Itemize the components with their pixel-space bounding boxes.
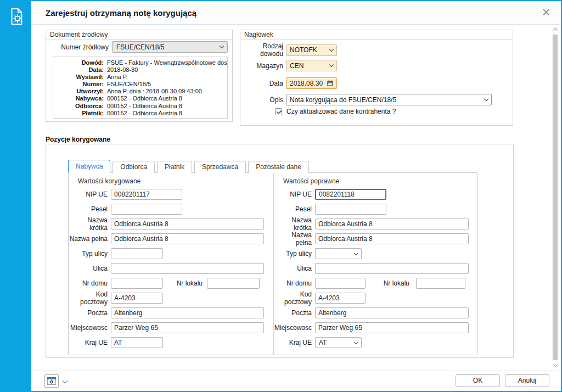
info-value: Anna P. dnia : 2018-08-30 09:43:00 (107, 88, 202, 95)
nazwa-krotka-label: Nazwa krótka (69, 216, 108, 232)
nazwa-pelna-label: Nazwa pełna (69, 235, 108, 243)
source-info-panel: Dowód:FSUE - Faktury - Wewnątrzwspólnoto… (53, 57, 228, 119)
info-label: Płatnik: (57, 110, 104, 117)
warehouse-value: CEN (290, 62, 304, 70)
chevron-down-icon (354, 250, 358, 255)
ok-button[interactable]: OK (456, 374, 500, 387)
description-combo[interactable]: Nota korygująca do FSUE/CEN/18/5 (286, 94, 492, 105)
tab-odbiorca[interactable]: Odbiorca (113, 161, 155, 173)
kraj-ue-label: Kraj UE (69, 339, 108, 346)
poczta-label: Poczta (274, 309, 312, 317)
kraj-ue-select-correct[interactable]: AT (315, 337, 362, 348)
warehouse-label: Magazyn (240, 62, 283, 70)
tab-nabywca[interactable]: Nabywca (68, 160, 110, 173)
pesel-label: Pesel (274, 205, 312, 213)
positions-panel: Nabywca Odbiorca Płatnik Sprzedawca Pozo… (46, 144, 514, 358)
header-group-title: Nagłówek (240, 30, 513, 40)
pesel-label: Pesel (69, 205, 108, 213)
titlebar: Zarejestruj otrzymaną notę korygującą (31, 1, 561, 25)
info-label: Dowód: (57, 59, 104, 66)
nazwa-pelna-label: Nazwa pełna (274, 231, 312, 247)
kraj-ue-input-corrected[interactable] (111, 337, 163, 348)
doc-type-select[interactable]: NOTOFK (286, 44, 337, 56)
miejscowosc-input-correct[interactable] (315, 322, 469, 333)
settings-dropdown-chevron-icon[interactable] (63, 378, 68, 384)
kod-pocztowy-input-corrected[interactable] (111, 293, 163, 304)
source-number-select[interactable]: FSUE/CEN/18/5 (112, 41, 228, 53)
tab-sprzedawca[interactable]: Sprzedawca (194, 161, 246, 173)
nip-ue-input-correct[interactable] (315, 189, 386, 200)
kod-pocztowy-label: Kod pocztowy (274, 290, 312, 306)
date-input[interactable]: 2018.08.30 (286, 77, 337, 89)
nr-domu-input-corrected[interactable] (111, 278, 163, 289)
ulica-input-correct[interactable] (315, 263, 469, 274)
info-value: Anna P. (107, 74, 128, 81)
close-button[interactable]: × (538, 4, 554, 21)
pesel-input-correct[interactable] (315, 204, 386, 215)
warehouse-select[interactable]: CEN (286, 60, 337, 71)
update-contractor-checkbox[interactable] (275, 108, 282, 115)
nip-ue-label: NIP UE (69, 191, 108, 198)
tab-strip: Nabywca Odbiorca Płatnik Sprzedawca Pozo… (68, 160, 311, 173)
poczta-input-correct[interactable] (315, 307, 469, 318)
miejscowosc-label: Miejscowosc (69, 324, 108, 332)
source-number-label: Numer źródłowy (48, 43, 109, 51)
accent-bar (1, 1, 31, 391)
nazwa-pelna-input-correct[interactable] (315, 233, 469, 244)
miejscowosc-label: Miejscowosc (274, 324, 312, 332)
nazwa-krotka-input-correct[interactable] (315, 219, 469, 229)
tab-pozostale-dane[interactable]: Pozostałe dane (248, 161, 309, 173)
nr-lokalu-input-corrected[interactable] (207, 278, 260, 289)
footer-bar: OK Anuluj (31, 371, 561, 391)
poczta-input-corrected[interactable] (111, 307, 264, 318)
chevron-down-icon (220, 44, 224, 48)
kod-pocztowy-label: Kod pocztowy (69, 290, 108, 306)
nr-lokalu-label: Nr lokalu (170, 279, 203, 287)
info-label: Wystawił: (57, 74, 104, 81)
vertical-scrollbar[interactable] (552, 26, 559, 369)
description-label: Opis (240, 96, 283, 104)
source-group-title: Dokument źródłowy (46, 30, 232, 40)
scroll-up-icon[interactable] (553, 28, 558, 32)
info-value: 000152 - Odbiorca Austria 8 (107, 95, 182, 102)
correct-values-column: Wartości poprawne NIP UE Pesel Nazwa kró… (274, 173, 477, 355)
corrected-values-column: Wartości korygowane NIP UE Pesel Nazwa k… (69, 173, 274, 355)
source-document-group: Dokument źródłowy Numer źródłowy FSUE/CE… (46, 30, 233, 122)
info-label: Odbiorca: (57, 103, 104, 110)
info-value: 000152 - Odbiorca Austria 8 (107, 110, 182, 117)
source-number-value: FSUE/CEN/18/5 (116, 43, 164, 51)
header-group: Nagłówek Rodzaj dowodu NOTOFK Magazyn CE… (240, 30, 513, 126)
nazwa-krotka-input-corrected[interactable] (111, 219, 264, 229)
chevron-down-icon (484, 97, 488, 101)
nazwa-krotka-label: Nazwa krótka (274, 216, 312, 232)
info-label: Numer: (57, 81, 104, 88)
description-value: Nota korygująca do FSUE/CEN/18/5 (290, 96, 396, 104)
ulica-label: Ulica (69, 265, 108, 272)
typ-ulicy-input-corrected[interactable] (111, 248, 163, 259)
scroll-down-icon[interactable] (553, 362, 558, 367)
tab-platnik[interactable]: Płatnik (157, 161, 192, 173)
kod-pocztowy-input-correct[interactable] (315, 293, 366, 304)
ulica-label: Ulica (274, 265, 312, 272)
doc-type-value: NOTOFK (290, 46, 317, 54)
scrollbar-thumb[interactable] (553, 35, 558, 360)
typ-ulicy-select-correct[interactable] (315, 248, 362, 259)
nr-domu-input-correct[interactable] (315, 278, 366, 289)
pesel-input-corrected[interactable] (111, 204, 182, 215)
nr-lokalu-input-correct[interactable] (416, 278, 465, 289)
miejscowosc-input-corrected[interactable] (111, 322, 264, 333)
tab-content: Wartości korygowane NIP UE Pesel Nazwa k… (68, 172, 477, 355)
dialog-content: Dokument źródłowy Numer źródłowy FSUE/CE… (31, 25, 561, 371)
nip-ue-input-corrected[interactable] (111, 189, 182, 200)
calendar-icon (327, 80, 333, 86)
kraj-ue-value: AT (319, 339, 327, 346)
kraj-ue-label: Kraj UE (274, 339, 312, 346)
info-label: Nabywca: (57, 95, 104, 102)
info-label: Data: (57, 66, 104, 74)
info-label: Utworzył: (57, 88, 104, 95)
dialog-title: Zarejestruj otrzymaną notę korygującą (46, 8, 196, 18)
nazwa-pelna-input-corrected[interactable] (111, 233, 264, 244)
cancel-button[interactable]: Anuluj (505, 374, 549, 387)
window-settings-button[interactable] (44, 374, 59, 388)
ulica-input-corrected[interactable] (111, 263, 264, 274)
